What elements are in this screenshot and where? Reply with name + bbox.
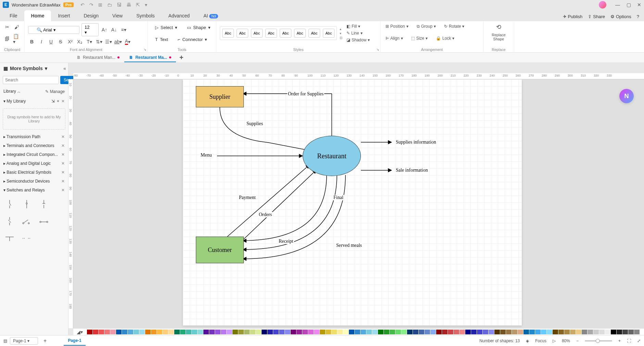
switch-symbol-2[interactable] (21, 198, 33, 210)
color-swatch[interactable] (198, 330, 203, 334)
color-swatch[interactable] (262, 330, 267, 334)
collapse-sidebar-icon[interactable]: « (63, 66, 66, 71)
doc-tab-2[interactable]: 🗎 Restaurant Ma... (124, 53, 176, 62)
color-swatch[interactable] (349, 330, 354, 334)
fill-button[interactable]: ◧ Fill ▾ (345, 23, 371, 29)
color-swatch[interactable] (401, 330, 407, 334)
color-swatch[interactable] (541, 330, 546, 334)
replace-shape-icon[interactable]: ⟲ (496, 23, 501, 31)
color-swatch[interactable] (395, 330, 401, 334)
color-swatch[interactable] (355, 330, 360, 334)
share-button[interactable]: ⇪ Share (588, 14, 605, 19)
font-family-select[interactable]: 🔍 Arial ▾ (28, 26, 79, 34)
style-swatch[interactable]: Abc (237, 29, 248, 38)
options-button[interactable]: ⚙ Options (610, 14, 631, 19)
ai-assistant-button[interactable]: N (619, 89, 634, 103)
doc-tab-1[interactable]: 🗎 Restaurant Man... (72, 53, 124, 62)
library-category[interactable]: ▾ Switches and Relays✕ (0, 186, 68, 195)
styles-scroll-up-icon[interactable]: ▴ (340, 27, 342, 31)
menu-design[interactable]: Design (77, 10, 105, 21)
switch-symbol-1[interactable] (3, 198, 16, 210)
switch-symbol-4[interactable] (3, 215, 16, 227)
diagram-page[interactable]: Supplier Customer Restaurant Order for S… (183, 79, 522, 325)
label-supplies[interactable]: Supplies (246, 121, 264, 127)
color-swatch[interactable] (87, 330, 92, 334)
styles-scroll-down-icon[interactable]: ▾ (340, 31, 342, 35)
color-swatch[interactable] (599, 330, 605, 334)
color-swatch[interactable] (384, 330, 389, 334)
font-color-icon[interactable]: A▾ (124, 38, 131, 45)
library-drop-zone[interactable]: Drag symbols here to add to My Library (3, 108, 65, 130)
format-painter-icon[interactable]: 🖌 (13, 23, 21, 31)
color-swatch[interactable] (174, 330, 180, 334)
maximize-icon[interactable]: ▢ (627, 2, 631, 8)
color-swatch[interactable] (378, 330, 383, 334)
align-button[interactable]: ⊫ Align ▾ (384, 35, 404, 41)
label-served-meals[interactable]: Served meals (336, 243, 363, 248)
bullet-icon[interactable]: ☰▾ (105, 38, 112, 45)
switch-symbol-7[interactable] (3, 232, 16, 244)
library-category[interactable]: ▸ Terminals and Connectors✕ (0, 141, 68, 150)
library-category[interactable]: ▸ Transmission Path✕ (0, 132, 68, 141)
cut-icon[interactable]: ✂ (3, 23, 11, 31)
color-swatch[interactable] (454, 330, 459, 334)
my-library-section[interactable]: ▾ My Library ⇲+✕ (0, 97, 68, 106)
color-swatch[interactable] (628, 330, 634, 334)
shape-tool[interactable]: ▭ Shape ▾ (183, 23, 214, 32)
color-swatch[interactable] (267, 330, 273, 334)
color-swatch[interactable] (547, 330, 552, 334)
color-swatch[interactable] (145, 330, 151, 334)
zoom-slider[interactable] (585, 340, 612, 342)
close-category-icon[interactable]: ✕ (61, 188, 65, 192)
color-swatch[interactable] (576, 330, 581, 334)
color-swatch[interactable] (157, 330, 162, 334)
font-size-select[interactable]: 12 ▾ (81, 23, 99, 36)
import-icon[interactable]: ⇲ (51, 99, 55, 104)
color-swatch[interactable] (465, 330, 471, 334)
undo-icon[interactable]: ↶ (80, 2, 85, 8)
text-tool[interactable]: T Text (151, 35, 172, 44)
color-swatch[interactable] (209, 330, 215, 334)
label-order-supplies[interactable]: Order for Supplies (287, 91, 324, 97)
color-swatch[interactable] (93, 330, 98, 334)
fill-dropper-icon[interactable]: ◢▾ (77, 329, 83, 335)
copy-icon[interactable]: 🗐 (3, 35, 11, 43)
color-swatch[interactable] (110, 330, 116, 334)
export-icon[interactable]: ⇱ (136, 2, 140, 8)
style-swatch[interactable]: Abc (294, 29, 306, 38)
color-swatch[interactable] (390, 330, 395, 334)
color-swatch[interactable] (494, 330, 500, 334)
color-swatch[interactable] (361, 330, 366, 334)
font-expand-icon[interactable]: ↘ (143, 48, 146, 51)
new-icon[interactable]: ⊞ (98, 2, 102, 8)
switch-symbol-5[interactable] (21, 215, 33, 227)
styles-more-icon[interactable]: ⊟ (340, 36, 342, 40)
color-swatch[interactable] (215, 330, 220, 334)
italic-icon[interactable]: I (38, 38, 45, 45)
color-swatch[interactable] (134, 330, 139, 334)
color-swatch[interactable] (366, 330, 372, 334)
color-swatch[interactable] (588, 330, 593, 334)
align-icon[interactable]: ≡▾ (120, 26, 127, 34)
focus-button[interactable]: Focus (535, 338, 546, 343)
increase-font-icon[interactable]: A↑ (101, 26, 108, 34)
color-swatch[interactable] (232, 330, 238, 334)
strike-icon[interactable]: S (57, 38, 64, 45)
select-tool[interactable]: ▷ Select ▾ (151, 23, 181, 32)
fit-page-icon[interactable]: ⛶ (627, 338, 631, 343)
color-swatch[interactable] (436, 330, 442, 334)
lock-button[interactable]: 🔒 Lock ▾ (434, 35, 456, 41)
user-avatar[interactable] (599, 1, 606, 9)
color-swatch[interactable] (302, 330, 308, 334)
color-swatch[interactable] (611, 330, 616, 334)
bold-icon[interactable]: B (28, 38, 36, 45)
minimize-icon[interactable]: — (615, 2, 620, 8)
color-swatch[interactable] (186, 330, 191, 334)
size-button[interactable]: ⬚ Size ▾ (410, 35, 429, 41)
supplier-node[interactable]: Supplier (196, 86, 244, 107)
color-swatch[interactable] (337, 330, 343, 334)
label-sale-info[interactable]: Sale information (395, 168, 429, 173)
add-page-icon[interactable]: + (43, 338, 47, 344)
save-icon[interactable]: 🖫 (117, 2, 122, 8)
label-payment[interactable]: Payment (238, 195, 256, 200)
